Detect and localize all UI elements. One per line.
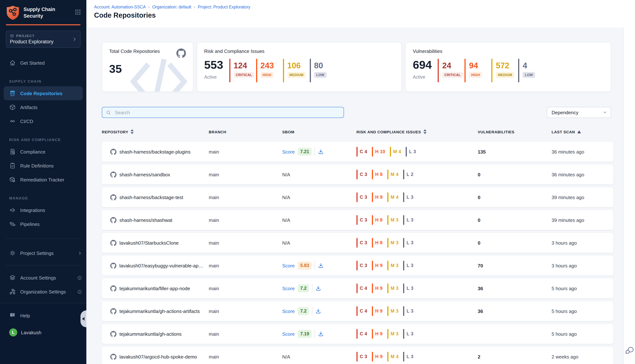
- table-row[interactable]: tejakummarikuntla/filler-app-node main S…: [102, 278, 613, 298]
- branch: main: [209, 263, 282, 268]
- content: Total Code Repositories 35: [86, 28, 623, 364]
- vulnerability-count: 135: [478, 149, 551, 154]
- critical-chip: C3: [356, 170, 367, 179]
- branch: main: [209, 217, 282, 223]
- sidebar-item-organization-settings[interactable]: Organization Settings: [0, 285, 86, 298]
- sbom-cell: Score 7.21: [282, 147, 356, 156]
- user-menu[interactable]: L Lavakush: [0, 326, 86, 340]
- divider: [6, 238, 81, 239]
- github-icon: [110, 194, 117, 200]
- last-scan: 3 hours ago: [551, 263, 613, 268]
- header-risk[interactable]: RISK AND COMPLIANCE ISSUES: [356, 129, 478, 134]
- header-last-scan[interactable]: LAST SCAN: [551, 130, 613, 134]
- download-sbom-icon[interactable]: [315, 308, 321, 314]
- table-row[interactable]: shash-harness/backstage-plugins main Sco…: [102, 142, 613, 162]
- sbom-score-badge: 7.21: [298, 148, 312, 156]
- sidebar-item-compliance[interactable]: Compliance: [0, 145, 86, 159]
- sidebar-item-code-repositories[interactable]: Code Repositories: [4, 86, 83, 100]
- sidebar-item-integrations[interactable]: Integrations: [0, 203, 86, 217]
- divider: [315, 147, 315, 156]
- sidebar-item-remediation-tracker[interactable]: Remediation Tracker: [0, 173, 86, 186]
- low-chip: L3: [403, 261, 413, 270]
- breadcrumb-account[interactable]: Account: Automation-SSCA: [94, 5, 146, 9]
- info-icon[interactable]: [77, 275, 82, 280]
- header-sbom: SBOM: [282, 130, 356, 134]
- sidebar-item-help[interactable]: ? Help: [0, 308, 86, 322]
- table-header: REPOSITORY BRANCH SBOM RISK AND COMPLIAN…: [102, 129, 613, 134]
- critical-stat: 124 CRITICAL: [229, 59, 256, 82]
- repository-name: tejakummarikuntla/gh-actions: [120, 331, 187, 337]
- pipelines-icon: [9, 221, 16, 227]
- dependency-filter-select[interactable]: Dependency: [547, 107, 611, 118]
- table-row[interactable]: lavakush07/argocd-hub-spoke-demo main N/…: [102, 347, 613, 364]
- sbom-score-link[interactable]: Score: [282, 308, 295, 314]
- high-chip: H8: [372, 215, 383, 225]
- medium-chip: M3: [387, 329, 398, 339]
- sort-icon: [131, 129, 134, 134]
- repository-name: lavakush07/StarbucksClone: [120, 240, 184, 246]
- high-chip: H9: [372, 352, 383, 362]
- last-scan: 3 hours ago: [551, 240, 613, 246]
- risk-chips: C4 H9 M3 L3: [356, 306, 478, 316]
- sbom-score-link[interactable]: Score: [282, 263, 295, 268]
- high-chip: H10: [372, 147, 385, 156]
- breadcrumb-project[interactable]: Project: Product Exploratory: [198, 5, 250, 9]
- last-scan: 5 hours ago: [551, 331, 613, 337]
- sidebar-item-pipelines[interactable]: Pipelines: [0, 217, 86, 231]
- table-row[interactable]: lavakush07/StarbucksClone main N/A C3 H8…: [102, 233, 613, 253]
- risk-chips: C4 H9 M3 L3: [356, 284, 478, 293]
- chevron-down-icon: [603, 110, 607, 114]
- info-icon[interactable]: [77, 289, 82, 294]
- sidebar-item-project-settings[interactable]: Project Settings: [0, 246, 86, 260]
- medium-stat: 572 MEDIUM: [491, 59, 518, 82]
- download-sbom-icon[interactable]: [318, 149, 324, 155]
- sbom-score-link[interactable]: Score: [282, 331, 295, 337]
- sbom-score-link[interactable]: Score: [282, 149, 295, 154]
- risk-chips: C3 H9 M4 L3: [356, 192, 478, 202]
- download-sbom-icon[interactable]: [315, 286, 321, 291]
- table-row[interactable]: shash-harness/sandbox main N/A C3 H8 M4 …: [102, 164, 613, 184]
- breadcrumb-organization[interactable]: Organization: default: [152, 5, 191, 9]
- project-label: PROJECT: [16, 34, 35, 38]
- project-selector[interactable]: PROJECT Product Exploratory: [6, 30, 81, 48]
- sbom-score-badge: 7.2: [298, 284, 309, 292]
- support-chat-icon[interactable]: [625, 346, 634, 355]
- sidebar-collapse-handle[interactable]: [81, 310, 86, 327]
- repository-cell: shash-harness/sandbox: [102, 171, 209, 178]
- sbom-score-link[interactable]: Score: [282, 286, 295, 291]
- sidebar-item-rule-definitions[interactable]: Rule Definitions: [0, 159, 86, 173]
- low-chip: L3: [403, 215, 413, 225]
- risk-chips: C3 H8 M4 L2: [356, 170, 478, 179]
- critical-stat: 24 CRITICAL: [438, 59, 465, 82]
- header-repository[interactable]: REPOSITORY: [102, 129, 209, 134]
- table-row[interactable]: shash-harness/backstage-test main N/A C3…: [102, 187, 613, 207]
- sidebar-item-artifacts[interactable]: Artifacts: [0, 100, 86, 114]
- medium-chip: M4: [387, 352, 398, 362]
- sbom-score-badge: 7.2: [298, 307, 309, 315]
- download-sbom-icon[interactable]: [318, 262, 324, 268]
- table-row[interactable]: tejakummarikuntla/gh-actions-artifacts m…: [102, 301, 613, 321]
- repository-cell: lavakush07/easybuggy-vulnerable-app...: [102, 262, 209, 269]
- module-grid-icon[interactable]: [75, 9, 81, 16]
- table-row[interactable]: lavakush07/easybuggy-vulnerable-app... m…: [102, 256, 613, 276]
- sidebar-item-cicd[interactable]: CI/CD: [0, 114, 86, 128]
- search-input[interactable]: [114, 109, 340, 116]
- last-scan: 2 weeks ago: [551, 354, 613, 360]
- high-chip: H8: [372, 170, 383, 179]
- download-sbom-icon[interactable]: [318, 331, 324, 337]
- branch: main: [209, 331, 282, 337]
- infinity-icon: [9, 118, 16, 124]
- table-row[interactable]: shash-harness/shashwat main N/A C3 H8 M3…: [102, 210, 613, 230]
- risk-issues-card: Risk and Compliance Issues 553 Active 12…: [197, 42, 402, 92]
- sidebar-item-get-started[interactable]: Get Started: [0, 56, 86, 70]
- brand-accent-divider: [6, 24, 81, 25]
- header-branch: BRANCH: [209, 130, 282, 134]
- vulnerability-count: 36: [478, 286, 551, 291]
- last-scan: 36 minutes ago: [551, 172, 613, 177]
- sidebar-item-account-settings[interactable]: Account Settings: [0, 271, 86, 285]
- sbom-cell: N/A: [282, 194, 356, 200]
- critical-chip: C4: [356, 147, 367, 156]
- last-scan: 36 minutes ago: [551, 149, 613, 154]
- table-row[interactable]: tejakummarikuntla/gh-actions main Score …: [102, 324, 613, 344]
- high-chip: H8: [372, 238, 383, 248]
